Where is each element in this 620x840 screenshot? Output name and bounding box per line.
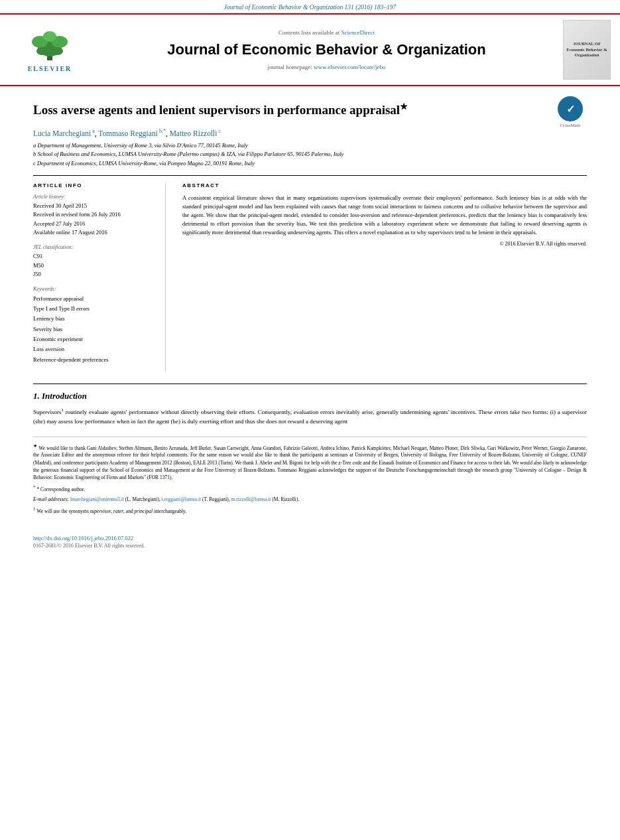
author3-sup: c xyxy=(217,128,221,134)
available-date: Available online 17 August 2016 xyxy=(33,228,155,238)
keywords-list: Performance appraisal Type I and Type II… xyxy=(33,294,155,365)
email3-link[interactable]: m.rizzolli@lumsa.it xyxy=(231,496,271,502)
crossmark-area: ✓ CrossMark xyxy=(554,96,587,128)
email-footnote: E-mail addresses: lmarchegiani@uniroma3.… xyxy=(33,496,587,503)
star-footnote-marker: ★ xyxy=(33,443,37,449)
affiliation-a: a Department of Management, University o… xyxy=(33,141,587,151)
accepted-date: Accepted 27 July 2016 xyxy=(33,220,155,229)
keyword-2: Type I and Type II errors xyxy=(33,304,155,314)
elsevier-logo-area: ELSEVIER xyxy=(7,20,93,80)
affiliation-b: b School of Business and Economics, LUMS… xyxy=(33,150,587,159)
section-title: 1. Introduction xyxy=(33,391,587,401)
doi-link[interactable]: http://dx.doi.org/10.1016/j.jebo.2016.07… xyxy=(33,535,133,541)
history-label: Article history: xyxy=(33,194,155,200)
sciencedirect-line: Contents lists available at ScienceDirec… xyxy=(279,29,375,36)
homepage-label: journal homepage: xyxy=(268,64,312,70)
crossmark-text: CrossMark xyxy=(554,123,587,128)
sciencedirect-link[interactable]: ScienceDirect xyxy=(341,29,375,36)
introduction-section: 1. Introduction Supervisors1 routinely e… xyxy=(33,384,587,427)
author3-link[interactable]: Matteo Rizzolli xyxy=(170,129,217,137)
email2-link[interactable]: t.reggiani@lumsa.it xyxy=(162,496,201,502)
keyword-5: Economic experiment xyxy=(33,334,155,344)
elsevier-label-text: ELSEVIER xyxy=(28,65,72,72)
svg-point-6 xyxy=(52,47,63,55)
article-info-header: ARTICLE INFO xyxy=(33,182,155,188)
affiliations-block: a Department of Management, University o… xyxy=(33,141,587,169)
svg-point-4 xyxy=(43,31,56,42)
article-history-block: Article history: Received 30 April 2015 … xyxy=(33,194,155,238)
journal-homepage-line: journal homepage: www.elsevier.com/locat… xyxy=(268,64,386,70)
journal-cover-area: JOURNAL OF Economic Behavior & Organizat… xyxy=(560,20,613,80)
revised-date: Received in revised form 26 July 2016 xyxy=(33,210,155,220)
article-info-column: ARTICLE INFO Article history: Received 3… xyxy=(33,182,166,372)
main-content: Loss averse agents and lenient superviso… xyxy=(0,86,620,555)
abstract-text: A consistent empirical literature shows … xyxy=(182,194,587,238)
article-title: Loss averse agents and lenient superviso… xyxy=(33,102,408,119)
cover-title-text: JOURNAL OF Economic Behavior & Organizat… xyxy=(566,41,607,58)
jel-label: JEL classification: xyxy=(33,244,155,250)
journal-reference-bar: Journal of Economic Behavior & Organizat… xyxy=(0,0,620,13)
keyword-7: Reference-dependent preferences xyxy=(33,355,155,365)
authors-line: Lucia Marchegiani a, Tommaso Reggiani b,… xyxy=(33,128,587,137)
affiliation-c: c Department of Economics, LUMSA Univers… xyxy=(33,159,587,169)
author1-link[interactable]: Lucia Marchegiani xyxy=(33,129,91,137)
journal-header: ELSEVIER Contents lists available at Sci… xyxy=(0,13,620,86)
asterisk-marker: * xyxy=(33,484,36,490)
journal-cover-image: JOURNAL OF Economic Behavior & Organizat… xyxy=(563,20,611,80)
journal-title: Journal of Economic Behavior & Organizat… xyxy=(167,41,485,58)
keyword-3: Leniency bias xyxy=(33,314,155,324)
author1-sup: a xyxy=(91,128,95,134)
footnote-1-text: 1 We will use the synonyms supervisor, r… xyxy=(33,506,587,515)
elsevier-tree-icon xyxy=(23,27,76,64)
svg-point-5 xyxy=(36,47,47,55)
elsevier-logo: ELSEVIER xyxy=(12,27,88,73)
keyword-1: Performance appraisal xyxy=(33,294,155,304)
email-label: E-mail addresses: xyxy=(33,496,69,502)
title-star: ★ xyxy=(400,102,408,111)
journal-title-area: Contents lists available at ScienceDirec… xyxy=(99,20,554,80)
title-row: Loss averse agents and lenient superviso… xyxy=(33,96,587,128)
keywords-label: Keywords: xyxy=(33,286,155,292)
footnote-sup-1: 1 xyxy=(62,407,64,413)
issn-line: 0167-2681/© 2016 Elsevier B.V. All right… xyxy=(33,543,587,549)
section-title-text: Introduction xyxy=(42,391,87,401)
crossmark-badge: ✓ xyxy=(558,96,583,121)
journal-reference-text: Journal of Economic Behavior & Organizat… xyxy=(224,4,396,11)
sciencedirect-label: Contents lists available at xyxy=(279,29,340,36)
abstract-column: ABSTRACT A consistent empirical literatu… xyxy=(182,182,587,372)
keywords-block: Keywords: Performance appraisal Type I a… xyxy=(33,286,155,365)
author2-link[interactable]: Tommaso Reggiani xyxy=(98,129,158,137)
footnotes-area: ★ We would like to thank Gani Aldashev, … xyxy=(33,437,587,525)
footnote-1-marker: 1 xyxy=(33,506,36,512)
email1-link[interactable]: lmarchegiani@uniroma3.it xyxy=(70,496,124,502)
jel-block: JEL classification: C91 M50 J50 xyxy=(33,244,155,279)
jel-codes: C91 M50 J50 xyxy=(33,252,155,279)
intro-paragraph: Supervisors1 routinely evaluate agents' … xyxy=(33,407,587,427)
corresponding-note: * * Corresponding author. xyxy=(33,484,587,493)
abstract-header: ABSTRACT xyxy=(182,182,587,188)
keyword-6: Loss aversion xyxy=(33,344,155,354)
star-footnote: ★ We would like to thank Gani Aldashev, … xyxy=(33,443,587,482)
homepage-url[interactable]: www.elsevier.com/locate/jebo xyxy=(314,64,385,70)
doi-footer: http://dx.doi.org/10.1016/j.jebo.2016.07… xyxy=(33,531,587,549)
two-column-layout: ARTICLE INFO Article history: Received 3… xyxy=(33,175,587,372)
received-date: Received 30 April 2015 xyxy=(33,202,155,211)
copyright-line: © 2016 Elsevier B.V. All rights reserved… xyxy=(182,241,587,247)
author2-sup: b,* xyxy=(158,128,166,134)
history-content: Received 30 April 2015 Received in revis… xyxy=(33,202,155,238)
keyword-4: Severity bias xyxy=(33,324,155,334)
